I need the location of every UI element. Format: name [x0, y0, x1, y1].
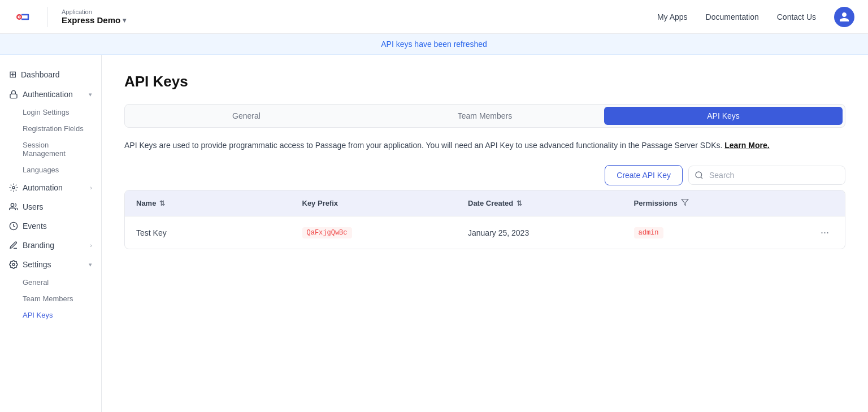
tab-general[interactable]: General	[127, 107, 366, 125]
api-keys-table: Name ⇅ Key Prefix Date Created ⇅ Permiss…	[124, 190, 845, 249]
column-date-created-label: Date Created	[468, 199, 513, 207]
sidebar-item-branding[interactable]: Branding ›	[0, 236, 101, 255]
row-actions-button[interactable]: ···	[816, 224, 834, 241]
column-permissions-label: Permissions	[634, 199, 678, 207]
table-header: Name ⇅ Key Prefix Date Created ⇅ Permiss…	[125, 190, 845, 216]
sidebar-item-label: Dashboard	[21, 70, 92, 79]
sidebar-item-settings[interactable]: Settings ▾	[0, 255, 101, 274]
column-key-prefix: Key Prefix	[302, 198, 468, 208]
description-text: API Keys are used to provide programmati…	[124, 141, 722, 150]
sidebar-sub-general[interactable]: General	[23, 274, 101, 290]
sidebar-sub-api-keys[interactable]: API Keys	[23, 307, 101, 323]
date-created-value: January 25, 2023	[468, 228, 529, 237]
sidebar-item-automation[interactable]: Automation ›	[0, 178, 101, 197]
cell-permissions: admin	[634, 227, 800, 238]
key-prefix-badge: QaFxjgQwBc	[302, 227, 352, 238]
main-content: API Keys General Team Members API Keys A…	[102, 55, 868, 412]
settings-submenu: General Team Members API Keys	[0, 274, 101, 323]
authentication-label: Authentication	[23, 90, 84, 99]
passage-logo	[14, 7, 34, 27]
branding-icon	[9, 241, 18, 250]
users-label: Users	[23, 202, 92, 211]
settings-icon	[9, 260, 18, 269]
header-left: Application Express Demo ▾	[14, 7, 126, 27]
search-input[interactable]	[709, 166, 845, 184]
chevron-down-icon: ▾	[123, 16, 126, 24]
column-permissions: Permissions	[634, 198, 800, 208]
notification-message: API keys have been refreshed	[381, 40, 487, 49]
nav-documentation[interactable]: Documentation	[706, 12, 759, 21]
sidebar-sub-team-members[interactable]: Team Members	[23, 290, 101, 307]
search-area	[688, 166, 845, 185]
app-selector[interactable]: Application Express Demo ▾	[62, 8, 126, 25]
automation-label: Automation	[23, 183, 85, 192]
logo-divider	[47, 7, 48, 27]
svg-point-3	[19, 16, 20, 18]
app-label: Application	[62, 8, 126, 15]
filter-icon[interactable]	[681, 198, 689, 208]
tab-team-members[interactable]: Team Members	[366, 107, 604, 125]
lock-icon	[9, 90, 18, 99]
table-row: Test Key QaFxjgQwBc January 25, 2023 adm…	[125, 216, 845, 249]
nav-contact-us[interactable]: Contact Us	[777, 12, 816, 21]
header: Application Express Demo ▾ My Apps Docum…	[0, 0, 868, 34]
sidebar-sub-registration-fields[interactable]: Registration Fields	[23, 120, 101, 137]
app-name-text: Express Demo	[62, 15, 120, 25]
svg-line-10	[701, 177, 702, 179]
svg-marker-11	[682, 200, 688, 206]
sidebar-item-dashboard[interactable]: ⊞ Dashboard	[0, 64, 101, 85]
cell-actions: ···	[800, 224, 834, 241]
svg-point-9	[696, 172, 702, 178]
nav-my-apps[interactable]: My Apps	[657, 12, 688, 21]
branding-label: Branding	[23, 241, 85, 250]
sidebar-sub-session-management[interactable]: Session Management	[23, 137, 101, 162]
page-title: API Keys	[124, 73, 845, 90]
authentication-submenu: Login Settings Registration Fields Sessi…	[0, 104, 101, 178]
description: API Keys are used to provide programmati…	[124, 139, 802, 151]
cell-key-prefix: QaFxjgQwBc	[302, 227, 468, 238]
logo-area	[14, 7, 34, 27]
search-icon	[695, 171, 704, 180]
sidebar-sub-login-settings[interactable]: Login Settings	[23, 104, 101, 120]
create-api-key-button[interactable]: Create API Key	[605, 165, 683, 185]
sidebar-item-authentication[interactable]: Authentication ▾	[0, 85, 101, 104]
svg-rect-4	[10, 94, 17, 98]
events-icon	[9, 222, 18, 231]
dashboard-icon: ⊞	[9, 69, 16, 80]
column-key-prefix-label: Key Prefix	[302, 199, 338, 207]
sidebar: ⊞ Dashboard Authentication ▾ Login Setti…	[0, 55, 102, 412]
svg-point-5	[12, 187, 15, 189]
automation-icon	[9, 183, 18, 192]
sort-icon[interactable]: ⇅	[159, 200, 165, 207]
chevron-down-icon: ▾	[89, 91, 92, 98]
sidebar-item-users[interactable]: Users	[0, 197, 101, 216]
sidebar-item-events[interactable]: Events	[0, 216, 101, 236]
header-nav: My Apps Documentation Contact Us	[657, 7, 854, 27]
toolbar: Create API Key	[124, 165, 845, 185]
learn-more-link[interactable]: Learn More.	[724, 141, 769, 150]
tab-api-keys[interactable]: API Keys	[604, 107, 843, 125]
app-name: Express Demo ▾	[62, 15, 126, 25]
user-icon	[839, 11, 850, 23]
users-icon	[9, 202, 18, 211]
cell-name: Test Key	[136, 228, 302, 237]
permission-badge: admin	[634, 227, 663, 238]
cell-date-created: January 25, 2023	[468, 228, 634, 237]
settings-label: Settings	[23, 260, 84, 269]
layout: ⊞ Dashboard Authentication ▾ Login Setti…	[0, 55, 868, 412]
user-avatar[interactable]	[834, 7, 854, 27]
chevron-right-icon: ›	[90, 242, 92, 249]
column-name-label: Name	[136, 199, 156, 207]
column-date-created: Date Created ⇅	[468, 198, 634, 208]
api-key-name: Test Key	[136, 228, 167, 237]
search-icon-button[interactable]	[689, 166, 709, 184]
svg-point-6	[11, 203, 14, 206]
tab-bar: General Team Members API Keys	[124, 104, 845, 128]
svg-point-8	[12, 263, 15, 266]
sidebar-sub-languages[interactable]: Languages	[23, 162, 101, 178]
chevron-right-icon: ›	[90, 184, 92, 191]
chevron-down-icon: ▾	[89, 261, 92, 268]
column-name: Name ⇅	[136, 198, 302, 208]
sort-icon[interactable]: ⇅	[517, 200, 522, 207]
events-label: Events	[23, 222, 92, 231]
